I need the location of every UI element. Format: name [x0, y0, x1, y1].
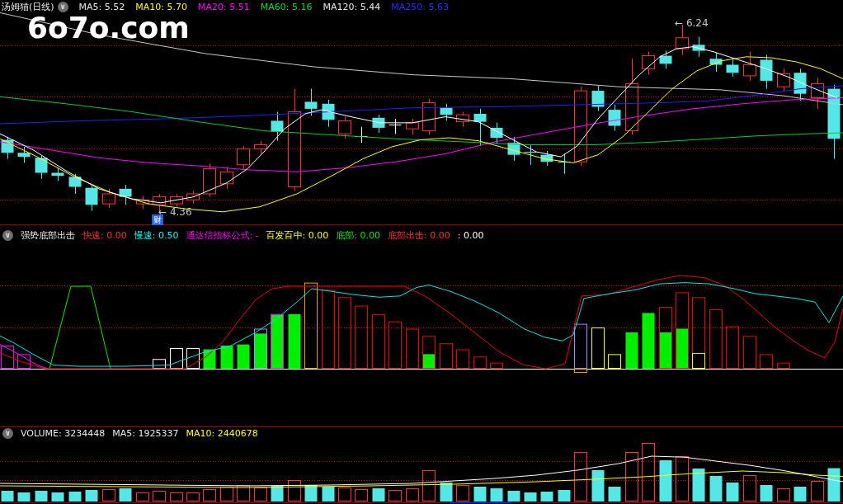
watermark: 6o7o.com: [27, 11, 190, 45]
ma250-readout: MA250: 5.63: [391, 2, 449, 12]
stock-title: 汤姆猫(日线): [2, 1, 54, 13]
indicator-field-attack: 底部出击: 0.00: [388, 229, 450, 242]
indicator-field-formula: 通达信指标公式: -: [186, 229, 258, 242]
volume-ma5-readout: MA5: 1925337: [112, 428, 178, 439]
volume-ma10-readout: MA10: 2440678: [186, 428, 257, 439]
main-chart-header: 汤姆猫(日线) ∨ MA5: 5.52 MA10: 5.70 MA20: 5.5…: [2, 1, 459, 13]
volume-readout: VOLUME: 3234448: [21, 428, 105, 439]
ma20-readout: MA20: 5.51: [198, 2, 250, 12]
indicator-field-extra: : 0.00: [458, 230, 484, 241]
high-price-annotation: ← 6.24: [675, 17, 709, 29]
indicator-field-baifa: 百发百中: 0.00: [266, 229, 329, 242]
cai-marker[interactable]: 财: [152, 214, 163, 225]
ma10-readout: MA10: 5.70: [135, 2, 187, 12]
indicator-field-fast: 快速: 0.00: [82, 229, 127, 242]
annotation-arrow-icon: ←: [675, 17, 683, 29]
indicator-field-slow: 慢速: 0.50: [134, 229, 179, 242]
volume-header: ∨ VOLUME: 3234448 MA5: 1925337 MA10: 244…: [2, 428, 266, 439]
low-price-annotation: ← 4.36: [158, 206, 192, 218]
stock-app-window: 6o7o.com 汤姆猫(日线) ∨ MA5: 5.52 MA10: 5.70 …: [0, 0, 843, 504]
collapse-main-icon[interactable]: ∨: [58, 2, 68, 12]
indicator-header: ∨ 强势底部出击 快速: 0.00 慢速: 0.50 通达信指标公式: - 百发…: [2, 229, 491, 242]
indicator-title[interactable]: 强势底部出击: [21, 229, 75, 242]
ma120-readout: MA120: 5.44: [323, 2, 380, 12]
low-price-label: 4.36: [170, 206, 192, 218]
collapse-indicator-icon[interactable]: ∨: [2, 230, 13, 241]
ma5-readout: MA5: 5.52: [79, 2, 125, 12]
ma60-readout: MA60: 5.16: [261, 2, 313, 12]
indicator-field-bottom: 底部: 0.00: [336, 229, 380, 242]
collapse-volume-icon[interactable]: ∨: [2, 428, 13, 439]
high-price-label: 6.24: [686, 17, 709, 29]
